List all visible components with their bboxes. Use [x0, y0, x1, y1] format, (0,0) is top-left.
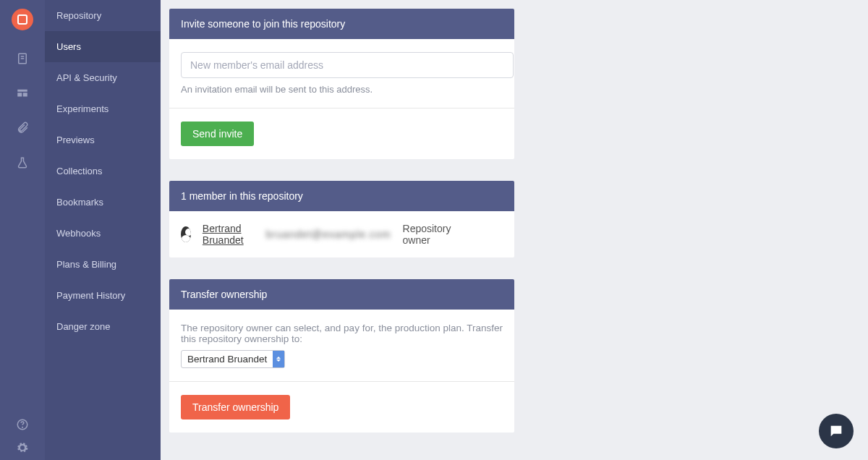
sidebar-item-previews[interactable]: Previews	[45, 124, 161, 156]
transfer-description: The repository owner can select, and pay…	[181, 323, 503, 344]
member-role: Repository owner	[403, 223, 452, 246]
main-content: Invite someone to join this repository A…	[161, 0, 523, 460]
members-card: 1 member in this repository Bertrand Bru…	[169, 181, 514, 257]
svg-rect-5	[23, 93, 27, 96]
icon-rail	[0, 0, 45, 460]
sidebar-item-danger-zone[interactable]: Danger zone	[45, 311, 161, 342]
transfer-card: Transfer ownership The repository owner …	[169, 279, 514, 433]
dashboard-icon[interactable]	[16, 87, 29, 100]
app-logo[interactable]	[12, 9, 33, 30]
select-stepper-icon	[273, 351, 284, 367]
sidebar-item-collections[interactable]: Collections	[45, 156, 161, 187]
document-icon[interactable]	[16, 52, 29, 65]
invite-hint: An invitation email will be sent to this…	[181, 84, 503, 95]
sidebar-item-api-security[interactable]: API & Security	[45, 62, 161, 93]
transfer-owner-selected: Bertrand Bruandet	[182, 351, 273, 367]
members-header: 1 member in this repository	[169, 181, 514, 211]
sidebar-item-bookmarks[interactable]: Bookmarks	[45, 187, 161, 218]
sidebar-item-plans-billing[interactable]: Plans & Billing	[45, 249, 161, 280]
member-email: bruandet@example.com	[266, 229, 391, 240]
settings-sidebar: Repository Users API & Security Experime…	[45, 0, 161, 460]
settings-icon[interactable]	[16, 441, 29, 454]
svg-rect-4	[17, 93, 22, 96]
sidebar-item-payment-history[interactable]: Payment History	[45, 280, 161, 311]
transfer-header: Transfer ownership	[169, 279, 514, 310]
avatar-icon	[181, 226, 191, 242]
flask-icon[interactable]	[16, 156, 29, 169]
sidebar-item-experiments[interactable]: Experiments	[45, 93, 161, 124]
transfer-owner-select[interactable]: Bertrand Bruandet	[181, 350, 285, 368]
attachment-icon[interactable]	[16, 122, 29, 135]
chat-icon	[828, 423, 844, 439]
sidebar-item-repository[interactable]: Repository	[45, 0, 161, 31]
invite-email-input[interactable]	[181, 52, 514, 78]
invite-header: Invite someone to join this repository	[169, 9, 514, 39]
help-icon[interactable]	[16, 418, 29, 431]
svg-rect-3	[17, 90, 27, 92]
right-gutter	[523, 0, 868, 460]
member-name-link[interactable]: Bertrand Bruandet	[203, 223, 255, 246]
member-row: Bertrand Bruandet bruandet@example.com R…	[169, 211, 514, 257]
svg-point-7	[22, 427, 23, 427]
invite-card: Invite someone to join this repository A…	[169, 9, 514, 159]
send-invite-button[interactable]: Send invite	[181, 122, 254, 146]
sidebar-item-webhooks[interactable]: Webhooks	[45, 218, 161, 249]
sidebar-item-users[interactable]: Users	[45, 31, 161, 62]
transfer-ownership-button[interactable]: Transfer ownership	[181, 395, 290, 419]
chat-launcher[interactable]	[819, 414, 854, 448]
